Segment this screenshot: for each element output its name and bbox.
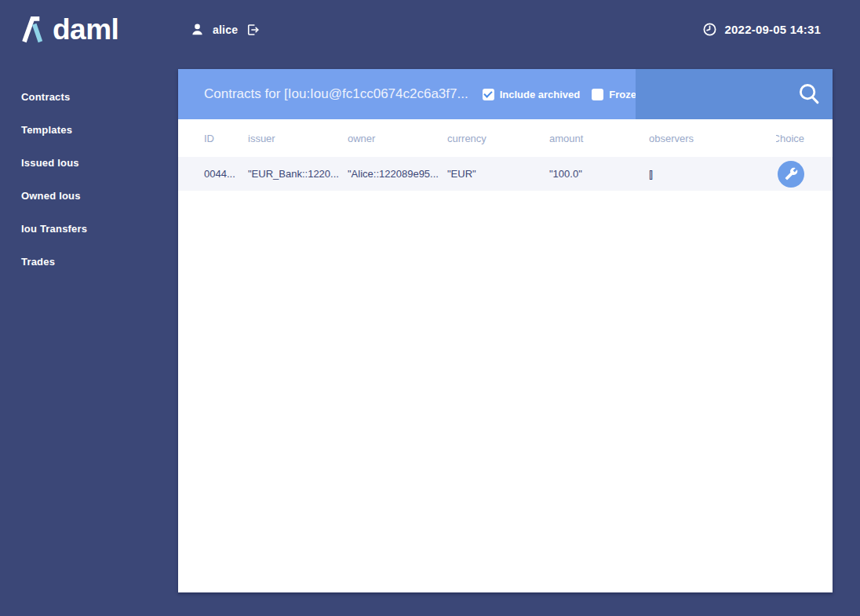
contract-choice-cell: [776, 161, 804, 188]
column-header-issuer: issuer: [248, 133, 348, 144]
frozen-filter[interactable]: Frozen: [592, 89, 636, 100]
frozen-label: Frozen: [609, 89, 636, 100]
column-header-choice: Choice: [776, 133, 804, 144]
daml-logo: daml: [19, 13, 118, 45]
contract-issuer-cell: "EUR_Bank::1220...: [248, 168, 348, 180]
contract-id-cell: 0044...: [204, 168, 248, 180]
frozen-checkbox[interactable]: [592, 89, 603, 100]
sidebar-item-contracts[interactable]: Contracts: [0, 80, 178, 113]
wrench-icon: [785, 167, 798, 180]
column-header-owner: owner: [348, 133, 447, 144]
column-header-amount: amount: [549, 133, 649, 144]
daml-logo-icon: [19, 13, 46, 45]
include-archived-label: Include archived: [500, 89, 581, 100]
include-archived-filter[interactable]: Include archived: [483, 89, 581, 100]
search-section: [636, 69, 833, 119]
contract-observers-cell: []: [649, 168, 776, 180]
clock-icon: [702, 22, 717, 37]
sidebar-item-iou-transfers[interactable]: Iou Transfers: [0, 212, 178, 245]
contracts-panel: Contracts for [Iou:Iou@fc1cc0674c2c6a3f7…: [178, 69, 833, 592]
app-root: daml alice 2022-09-05 14:31: [0, 0, 860, 616]
sidebar: Contracts Templates Issued Ious Owned Io…: [0, 80, 178, 278]
timestamp-label: 2022-09-05 14:31: [725, 23, 821, 36]
sidebar-item-templates[interactable]: Templates: [0, 113, 178, 146]
username-label: alice: [213, 24, 238, 36]
ledger-time: 2022-09-05 14:31: [702, 22, 821, 37]
contracts-panel-header: Contracts for [Iou:Iou@fc1cc0674c2c6a3f7…: [178, 69, 833, 119]
logo-wordmark: daml: [53, 15, 118, 44]
contracts-table-header: ID issuer owner currency amount observer…: [178, 119, 833, 157]
sidebar-item-label: Iou Transfers: [21, 223, 87, 235]
sidebar-item-label: Templates: [21, 124, 72, 136]
column-header-observers: observers: [649, 133, 776, 144]
user-area: alice: [190, 22, 260, 37]
contract-currency-cell: "EUR": [447, 168, 549, 180]
sidebar-item-owned-ious[interactable]: Owned Ious: [0, 179, 178, 212]
sidebar-item-label: Owned Ious: [21, 190, 81, 202]
sidebar-item-label: Contracts: [21, 91, 70, 103]
include-archived-checkbox[interactable]: [483, 89, 494, 100]
column-header-currency: currency: [447, 133, 549, 144]
logout-icon[interactable]: [246, 23, 260, 37]
contract-amount-cell: "100.0": [549, 168, 649, 180]
sidebar-item-label: Issued Ious: [21, 157, 79, 169]
sidebar-item-issued-ious[interactable]: Issued Ious: [0, 146, 178, 179]
column-header-id: ID: [204, 133, 248, 144]
exercise-choice-button[interactable]: [778, 161, 804, 188]
search-icon: [797, 82, 821, 106]
panel-title: Contracts for [Iou:Iou@fc1cc0674c2c6a3f7…: [204, 86, 468, 102]
contract-row[interactable]: 0044... "EUR_Bank::1220... "Alice::12208…: [178, 157, 833, 191]
sidebar-item-trades[interactable]: Trades: [0, 245, 178, 278]
sidebar-item-label: Trades: [21, 256, 55, 268]
contract-owner-cell: "Alice::122089e95...: [348, 168, 447, 180]
search-button[interactable]: [796, 81, 822, 108]
user-icon: [190, 22, 205, 37]
filters: Include archived Frozen: [483, 89, 636, 100]
contracts-header-main: Contracts for [Iou:Iou@fc1cc0674c2c6a3f7…: [178, 69, 636, 119]
